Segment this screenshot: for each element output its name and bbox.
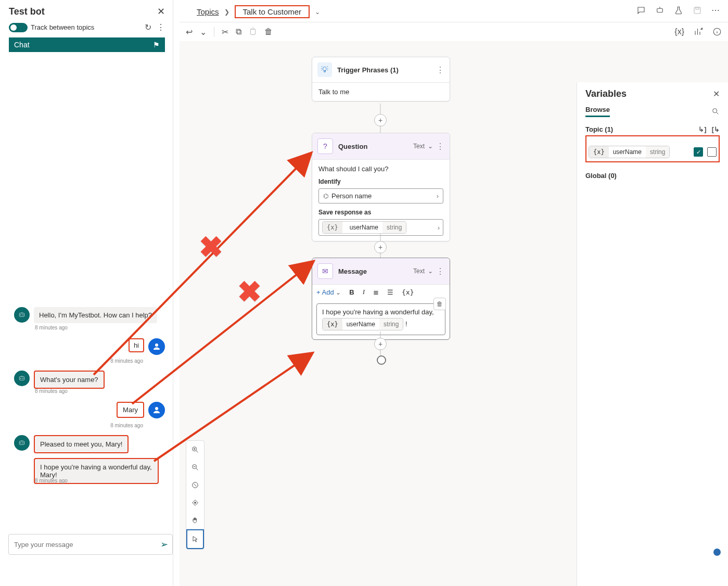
node-more-icon[interactable]: ⋮ <box>436 266 444 276</box>
info-icon[interactable] <box>713 549 721 556</box>
variables-title: Variables <box>585 88 627 99</box>
italic-icon[interactable]: I <box>363 288 365 296</box>
zoom-out-icon[interactable] <box>186 458 204 476</box>
paste-icon[interactable]: 📋︎ <box>249 27 257 36</box>
bot-message: What's your name? <box>34 371 105 389</box>
flask-icon[interactable] <box>674 6 683 15</box>
chat-area: Hello, I'm MyTestbot. How can I help? 8 … <box>9 52 165 489</box>
analytics-icon[interactable] <box>694 27 703 36</box>
bot-message: Pleased to meet you, Mary! <box>34 435 129 453</box>
variable-icon: {x} <box>323 222 342 233</box>
variable-name: userName <box>346 222 382 233</box>
svg-point-9 <box>155 407 158 410</box>
undo-dropdown-icon[interactable]: ⌄ <box>200 27 207 37</box>
close-icon[interactable]: ✕ <box>713 89 720 99</box>
svg-point-7 <box>22 378 23 378</box>
variables-icon[interactable]: {x} <box>674 27 684 36</box>
flag-icon[interactable]: ⚑ <box>153 41 160 49</box>
svg-point-31 <box>713 109 717 113</box>
undo-icon[interactable]: ↩ <box>186 27 193 37</box>
chat-input[interactable] <box>13 540 160 549</box>
node-more-icon[interactable]: ⋮ <box>436 65 444 75</box>
timestamp: 8 minutes ago <box>110 423 143 428</box>
comment-icon[interactable] <box>636 6 646 15</box>
authoring-canvas[interactable]: 💡︎ Trigger Phrases (1) ⋮ Talk to me + ? … <box>180 41 728 586</box>
insert-variable-icon[interactable]: {x} <box>402 288 414 296</box>
bulleted-list-icon[interactable]: ≣ <box>373 288 379 296</box>
cursor-icon[interactable] <box>186 529 204 549</box>
refresh-icon[interactable]: ↻ <box>145 22 151 32</box>
save-variable-input[interactable]: {x} userName string › <box>318 219 443 236</box>
add-node-button[interactable]: + <box>374 241 387 253</box>
person-icon: ⌬ <box>323 193 328 200</box>
node-type[interactable]: Text <box>413 143 425 150</box>
more-icon[interactable]: ⋮ <box>157 22 165 32</box>
timestamp: 8 minutes ago <box>35 478 68 483</box>
chevron-right-icon: ❯ <box>224 8 229 16</box>
breadcrumb-root[interactable]: Topics <box>197 7 219 16</box>
receive-icon[interactable]: ↳] <box>698 125 706 133</box>
node-question[interactable]: ? Question Text ⌄ ⋮ What should I call y… <box>312 133 450 241</box>
save-label: Save response as <box>318 209 443 216</box>
pan-icon[interactable] <box>186 512 204 529</box>
breadcrumb-current[interactable]: Talk to Customer <box>240 6 305 17</box>
user-avatar <box>148 338 165 355</box>
variable-name: userName <box>609 146 646 158</box>
close-icon[interactable]: ✕ <box>157 6 165 17</box>
variable-name: userName <box>342 319 379 330</box>
message-text-editor[interactable]: 🗑︎ I hope you're having a wonderful day,… <box>316 303 445 335</box>
copy-icon[interactable]: ⧉ <box>236 27 241 36</box>
identify-input[interactable]: ⌬Person name › <box>318 188 443 203</box>
message-tail: ! <box>405 320 407 328</box>
timestamp: 8 minutes ago <box>35 325 68 330</box>
bold-icon[interactable]: B <box>349 288 354 296</box>
chat-tab[interactable]: Chat <box>14 41 30 49</box>
minimap-icon[interactable] <box>186 494 204 512</box>
info-icon[interactable] <box>712 27 722 36</box>
node-more-icon[interactable]: ⋮ <box>436 142 444 151</box>
svg-rect-17 <box>696 7 699 9</box>
return-icon[interactable]: [↳ <box>712 125 720 133</box>
track-label: Track between topics <box>31 23 94 31</box>
node-trigger[interactable]: 💡︎ Trigger Phrases (1) ⋮ Talk to me <box>312 57 450 101</box>
variable-icon: {x} <box>323 319 342 330</box>
chat-input-bar[interactable]: ➢ <box>8 534 173 555</box>
question-icon: ? <box>317 138 333 154</box>
add-button[interactable]: + Add ⌄ <box>316 288 341 296</box>
send-icon[interactable]: ➢ <box>160 539 168 550</box>
zoom-in-icon[interactable] <box>186 441 204 458</box>
svg-line-32 <box>717 112 718 114</box>
bot-icon[interactable] <box>655 6 665 15</box>
tab-browse[interactable]: Browse <box>585 106 610 117</box>
user-message: Mary <box>117 402 144 418</box>
return-checkbox[interactable] <box>707 147 717 157</box>
node-title: Trigger Phrases (1) <box>337 66 399 74</box>
more-icon[interactable]: ⋯ <box>711 5 720 15</box>
svg-rect-5 <box>19 377 24 380</box>
node-message[interactable]: ✉︎ Message Text ⌄ ⋮ + Add ⌄ B I ≣ ☰ {x} … <box>312 258 450 340</box>
reset-icon[interactable] <box>186 476 204 494</box>
bot-message: Hello, I'm MyTestbot. How can I help? <box>34 307 157 323</box>
svg-point-4 <box>155 343 158 347</box>
cut-icon[interactable]: ✂ <box>222 27 228 37</box>
variable-item[interactable]: {x} userName string <box>589 146 670 158</box>
chevron-down-icon[interactable]: ⌄ <box>428 267 433 275</box>
node-title: Message <box>338 267 367 275</box>
numbered-list-icon[interactable]: ☰ <box>387 288 393 296</box>
variable-type: string <box>379 319 403 330</box>
track-toggle[interactable] <box>9 23 28 32</box>
svg-rect-16 <box>694 7 700 14</box>
delete-icon[interactable]: 🗑︎ <box>264 27 273 36</box>
save-icon[interactable] <box>693 6 702 15</box>
x-annotation: ✖ <box>199 230 223 264</box>
svg-point-2 <box>22 314 23 315</box>
add-node-button[interactable]: + <box>374 338 387 350</box>
add-node-button[interactable]: + <box>374 114 387 126</box>
receive-checkbox[interactable]: ✓ <box>694 147 703 157</box>
delete-icon[interactable]: 🗑︎ <box>433 298 446 310</box>
chevron-down-icon[interactable]: ⌄ <box>428 143 433 150</box>
chevron-down-icon[interactable]: ⌄ <box>315 8 320 16</box>
search-icon[interactable] <box>711 107 720 116</box>
svg-point-30 <box>195 502 196 504</box>
node-type[interactable]: Text <box>413 267 425 275</box>
